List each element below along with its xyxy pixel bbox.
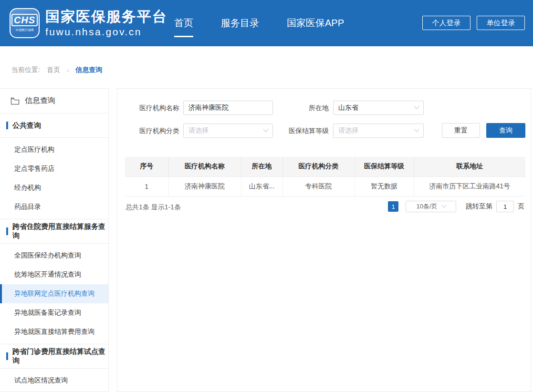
breadcrumb-separator-icon: › xyxy=(67,67,69,74)
sidebar-item-remote-settlement-expense-query[interactable]: 异地就医直接结算费用查询 xyxy=(0,322,108,341)
settle-level-select-placeholder: 请选择 xyxy=(338,126,358,135)
chevron-down-icon xyxy=(263,127,268,132)
col-settle-level: 医保结算等级 xyxy=(355,157,414,176)
site-title: 国家医保服务平台 xyxy=(45,9,167,25)
section-heading: 跨省住院费用直接结算服务查询 xyxy=(12,222,108,240)
main-nav: 首页 服务目录 国家医保APP xyxy=(174,0,344,46)
results-table: 序号 医疗机构名称 所在地 医疗机构分类 医保结算等级 联系地址 1 济南神康医… xyxy=(125,157,525,196)
section-marker xyxy=(6,227,8,235)
chs-logo-subtext: 中国医疗保障 xyxy=(16,28,34,32)
search-button[interactable]: 查询 xyxy=(486,123,525,138)
page-size-value: 10条/页 xyxy=(416,202,437,211)
breadcrumb-home[interactable]: 首页 xyxy=(47,66,60,74)
main-panel: 医疗机构名称 所在地 山东省 医疗机构分类 请选择 医保结算等级 请选择 重置 … xyxy=(117,88,531,392)
cell-settle-level: 暂无数据 xyxy=(355,176,414,196)
sidebar-item-region-opening-status-query[interactable]: 统筹地区开通情况查询 xyxy=(0,265,108,284)
col-seq: 序号 xyxy=(125,157,168,176)
org-name-label: 医疗机构名称 xyxy=(129,101,179,115)
table-row: 1 济南神康医院 山东省... 专科医院 暂无数据 济南市历下区工业南路41号 xyxy=(125,176,525,196)
chevron-down-icon xyxy=(414,127,419,132)
reset-button[interactable]: 重置 xyxy=(442,123,480,138)
breadcrumb-current[interactable]: 信息查询 xyxy=(75,66,102,74)
col-location: 所在地 xyxy=(241,157,282,176)
breadcrumb: 当前位置: 首页 › 信息查询 xyxy=(11,66,102,74)
personal-login-button[interactable]: 个人登录 xyxy=(422,16,470,30)
sidebar-item-handling-agencies[interactable]: 经办机构 xyxy=(0,178,108,197)
sidebar-item-networked-medical-institution-query[interactable]: 异地联网定点医疗机构查询 xyxy=(0,284,108,303)
org-type-select-placeholder: 请选择 xyxy=(188,126,209,135)
settle-level-select[interactable]: 请选择 xyxy=(333,124,424,138)
location-label: 所在地 xyxy=(287,101,329,115)
page-number-button[interactable]: 1 xyxy=(388,201,398,212)
section-marker xyxy=(6,352,8,360)
page-size-select[interactable]: 10条/页 xyxy=(406,201,456,212)
cell-seq: 1 xyxy=(125,176,168,196)
jump-suffix-label: 页 xyxy=(518,202,524,211)
breadcrumb-prefix: 当前位置: xyxy=(11,66,40,74)
org-type-label: 医疗机构分类 xyxy=(129,124,179,138)
sidebar-section-public-query: 公共查询 xyxy=(0,113,108,138)
sidebar-title-label: 信息查询 xyxy=(25,96,55,106)
sidebar-item-networked-pharma-institution-query[interactable]: 异地联网定点医药机构查询 xyxy=(0,390,108,392)
cell-location: 山东省... xyxy=(241,176,282,196)
chevron-down-icon xyxy=(441,203,446,207)
jump-prefix-label: 跳转至第 xyxy=(466,202,492,211)
section-heading: 跨省门诊费用直接结算试点查询 xyxy=(12,347,108,365)
nav-national-app[interactable]: 国家医保APP xyxy=(287,14,344,32)
org-name-input[interactable] xyxy=(183,101,273,115)
settle-level-label: 医保结算等级 xyxy=(287,124,329,138)
location-select[interactable]: 山东省 xyxy=(333,101,424,115)
org-login-button[interactable]: 单位登录 xyxy=(477,16,525,30)
section-heading: 公共查询 xyxy=(12,121,41,130)
cell-org-name: 济南神康医院 xyxy=(168,176,241,196)
sidebar-item-remote-filing-record-query[interactable]: 异地就医备案记录查询 xyxy=(0,303,108,322)
site-url: fuwu.nhsa.gov.cn xyxy=(45,26,167,38)
sidebar-item-national-agency-query[interactable]: 全国医保经办机构查询 xyxy=(0,246,108,265)
chevron-down-icon xyxy=(414,104,419,109)
sidebar-title: 信息查询 xyxy=(0,89,108,113)
logo[interactable]: CHS 中国医疗保障 国家医保服务平台 fuwu.nhsa.gov.cn xyxy=(10,8,167,38)
org-type-select[interactable]: 请选择 xyxy=(183,124,273,138)
sidebar-section-cross-province-outpatient: 跨省门诊费用直接结算试点查询 xyxy=(0,344,108,369)
sidebar-item-designated-retail-pharmacies[interactable]: 定点零售药店 xyxy=(0,159,108,178)
pagination-controls: 1 10条/页 跳转至第 页 xyxy=(388,201,524,212)
jump-page-input[interactable] xyxy=(496,201,514,212)
sidebar-item-pilot-region-status-query[interactable]: 试点地区情况查询 xyxy=(0,371,108,390)
folder-icon xyxy=(10,97,20,105)
location-select-value: 山东省 xyxy=(338,103,358,112)
sidebar-item-drug-catalog[interactable]: 药品目录 xyxy=(0,197,108,217)
nav-home[interactable]: 首页 xyxy=(174,14,193,32)
col-address: 联系地址 xyxy=(414,157,525,176)
pagination-summary: 总共1条 显示1-1条 xyxy=(125,203,181,212)
sidebar: 信息查询 公共查询 定点医疗机构 定点零售药店 经办机构 药品目录 跨省住院费用… xyxy=(0,88,109,392)
chs-logo-text: CHS xyxy=(11,14,38,26)
nav-service-catalog[interactable]: 服务目录 xyxy=(221,14,259,32)
app-header: CHS 中国医疗保障 国家医保服务平台 fuwu.nhsa.gov.cn 首页 … xyxy=(0,0,533,46)
section-marker xyxy=(6,122,8,129)
cell-address: 济南市历下区工业南路41号 xyxy=(414,176,525,196)
table-header-row: 序号 医疗机构名称 所在地 医疗机构分类 医保结算等级 联系地址 xyxy=(125,157,525,176)
chs-logo-icon: CHS 中国医疗保障 xyxy=(10,8,40,38)
sidebar-section-cross-province-inpatient: 跨省住院费用直接结算服务查询 xyxy=(0,219,108,244)
cell-org-type: 专科医院 xyxy=(282,176,355,196)
col-org-type: 医疗机构分类 xyxy=(282,157,355,176)
sidebar-item-designated-medical-institutions[interactable]: 定点医疗机构 xyxy=(0,140,108,159)
col-org-name: 医疗机构名称 xyxy=(168,157,241,176)
